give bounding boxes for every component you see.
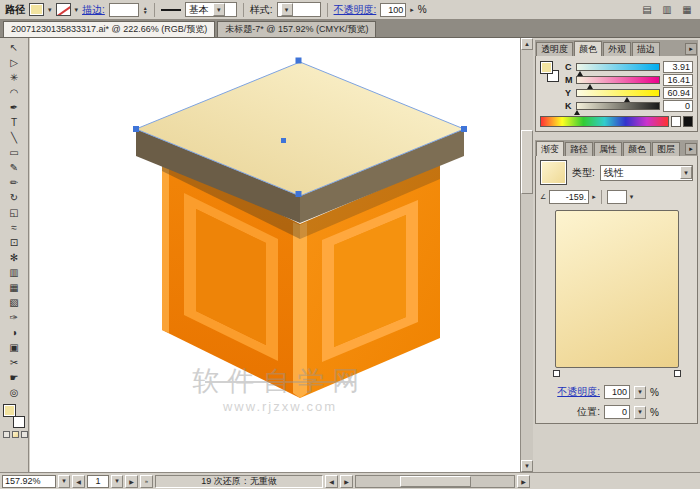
brush-dropdown-icon[interactable]: ▾ xyxy=(213,3,225,16)
color-spectrum-bar[interactable] xyxy=(540,116,669,127)
gradient-stop-end[interactable] xyxy=(674,370,681,377)
channel-slider[interactable] xyxy=(576,63,660,71)
panel-tab[interactable]: 颜色 xyxy=(574,41,602,56)
gradient-stop-start[interactable] xyxy=(553,370,560,377)
stroke-color-swatch[interactable] xyxy=(56,3,71,16)
fill-color-swatch[interactable] xyxy=(29,3,44,16)
graph-tool[interactable]: ▥ xyxy=(2,265,26,280)
channel-value-input[interactable]: 0 xyxy=(663,100,693,112)
panel-fill-swatch[interactable] xyxy=(540,61,553,74)
style-dropdown-icon[interactable]: ▾ xyxy=(281,3,293,16)
location-dropdown-icon[interactable]: ▾ xyxy=(630,193,634,201)
toolbar-fill-swatch[interactable] xyxy=(3,404,16,417)
panel-menu-icon[interactable]: ▸ xyxy=(685,43,697,55)
channel-slider[interactable] xyxy=(576,102,660,110)
channel-slider[interactable] xyxy=(576,89,660,97)
pencil-tool[interactable]: ✏ xyxy=(2,175,26,190)
isometric-box[interactable] xyxy=(136,62,464,398)
white-swatch[interactable] xyxy=(671,116,681,127)
horizontal-scrollbar[interactable] xyxy=(355,475,515,488)
channel-value-input[interactable]: 3.91 xyxy=(663,61,693,73)
style-select[interactable]: ▾ xyxy=(277,2,321,17)
preferences-icon[interactable]: ▦ xyxy=(679,2,695,17)
mesh-tool[interactable]: ▦ xyxy=(2,280,26,295)
brush-definition-select[interactable]: 基本▾ xyxy=(185,2,237,17)
gradient-opacity-input[interactable]: 100 xyxy=(604,385,630,399)
channel-slider[interactable] xyxy=(576,76,660,84)
eyedropper-tool[interactable]: ✑ xyxy=(2,310,26,325)
stroke-dropdown-icon[interactable]: ▾ xyxy=(75,6,79,14)
symbol-sprayer-tool[interactable]: ✻ xyxy=(2,250,26,265)
selection-tool[interactable]: ↖ xyxy=(2,40,26,55)
gradient-type-select[interactable]: 线性▾ xyxy=(600,165,693,181)
rectangle-tool[interactable]: ▭ xyxy=(2,145,26,160)
anchor-center[interactable] xyxy=(281,138,286,143)
channel-value-input[interactable]: 16.41 xyxy=(663,74,693,86)
gradient-location-input[interactable] xyxy=(607,190,627,204)
last-page-button[interactable]: » xyxy=(140,475,153,488)
vertical-scrollbar[interactable]: ▲ ▼ xyxy=(520,38,533,472)
gradient-tool[interactable]: ▧ xyxy=(2,295,26,310)
panel-tab[interactable]: 属性 xyxy=(594,142,622,156)
panel-tab[interactable]: 外观 xyxy=(603,42,631,56)
panel-tab[interactable]: 透明度 xyxy=(536,42,573,56)
page-number-input[interactable]: 1 xyxy=(87,475,109,488)
slider-marker[interactable] xyxy=(574,110,580,115)
color-mode-button[interactable] xyxy=(3,431,10,438)
gradient-type-dropdown-icon[interactable]: ▾ xyxy=(680,166,692,179)
prev-page-button[interactable]: ◀ xyxy=(72,475,85,488)
panel-tab[interactable]: 路径 xyxy=(565,142,593,156)
pen-tool[interactable]: ✒ xyxy=(2,100,26,115)
spinner-down-icon[interactable]: ▼ xyxy=(143,10,148,14)
gradient-fill-swatch[interactable] xyxy=(540,160,567,185)
anchor-right[interactable] xyxy=(461,126,467,132)
document-tab[interactable]: 20071230135833317.ai* @ 222.66% (RGB/预览) xyxy=(3,21,215,37)
vertical-scroll-thumb[interactable] xyxy=(521,130,533,194)
document-tab[interactable]: 未标题-7* @ 157.92% (CMYK/预览) xyxy=(217,21,376,37)
gradient-mode-button[interactable] xyxy=(12,431,19,438)
panel-tab[interactable]: 图层 xyxy=(652,142,680,156)
hand-tool[interactable]: ☛ xyxy=(2,370,26,385)
rotate-tool[interactable]: ↻ xyxy=(2,190,26,205)
angle-spinner-icon[interactable]: ▸ xyxy=(592,193,596,201)
zoom-level-input[interactable]: 157.92% xyxy=(2,475,56,488)
line-segment-tool[interactable]: ╲ xyxy=(2,130,26,145)
channel-value-input[interactable]: 60.94 xyxy=(663,87,693,99)
zoom-tool[interactable]: ◎ xyxy=(2,385,26,400)
direct-selection-tool[interactable]: ▷ xyxy=(2,55,26,70)
paintbrush-tool[interactable]: ✎ xyxy=(2,160,26,175)
none-mode-button[interactable] xyxy=(21,431,28,438)
status-forward-icon[interactable]: ▶ xyxy=(340,475,353,488)
type-tool[interactable]: T xyxy=(2,115,26,130)
opacity-spinner-icon[interactable]: ▸ xyxy=(410,6,414,14)
page-dropdown-icon[interactable]: ▾ xyxy=(111,475,123,488)
panel-tab[interactable]: 颜色 xyxy=(623,142,651,156)
gradient-position-dropdown-icon[interactable]: ▾ xyxy=(634,406,646,419)
black-swatch[interactable] xyxy=(683,116,693,127)
blend-tool[interactable]: ◑ xyxy=(2,325,26,340)
zoom-dropdown-icon[interactable]: ▾ xyxy=(58,475,70,488)
gradient-opacity-dropdown-icon[interactable]: ▾ xyxy=(634,386,646,399)
warp-tool[interactable]: ≈ xyxy=(2,220,26,235)
scale-tool[interactable]: ◱ xyxy=(2,205,26,220)
document-setup-icon[interactable]: ▤ xyxy=(639,2,655,17)
status-back-icon[interactable]: ◀ xyxy=(325,475,338,488)
magic-wand-tool[interactable]: ✳ xyxy=(2,70,26,85)
live-paint-tool[interactable]: ▣ xyxy=(2,340,26,355)
next-page-button[interactable]: ▶ xyxy=(125,475,138,488)
panel-tab[interactable]: 描边 xyxy=(632,42,660,56)
anchor-top[interactable] xyxy=(296,58,302,64)
scroll-up-icon[interactable]: ▲ xyxy=(521,38,533,50)
panel-tab[interactable]: 渐变 xyxy=(536,141,564,156)
canvas[interactable]: 软件自学网 www.rjzxw.com xyxy=(30,38,520,472)
anchor-bottom[interactable] xyxy=(296,191,302,197)
opacity-input[interactable]: 100 xyxy=(380,3,406,17)
panel-menu-icon[interactable]: ▸ xyxy=(685,143,697,155)
gradient-position-input[interactable]: 0 xyxy=(604,405,630,419)
gradient-angle-input[interactable]: -159. xyxy=(549,190,589,204)
scroll-down-icon[interactable]: ▼ xyxy=(521,460,533,472)
scroll-right-icon[interactable]: ▶ xyxy=(517,475,530,488)
gradient-preview[interactable] xyxy=(555,210,679,368)
graph-options-icon[interactable]: ▥ xyxy=(659,2,675,17)
anchor-left[interactable] xyxy=(133,126,139,132)
